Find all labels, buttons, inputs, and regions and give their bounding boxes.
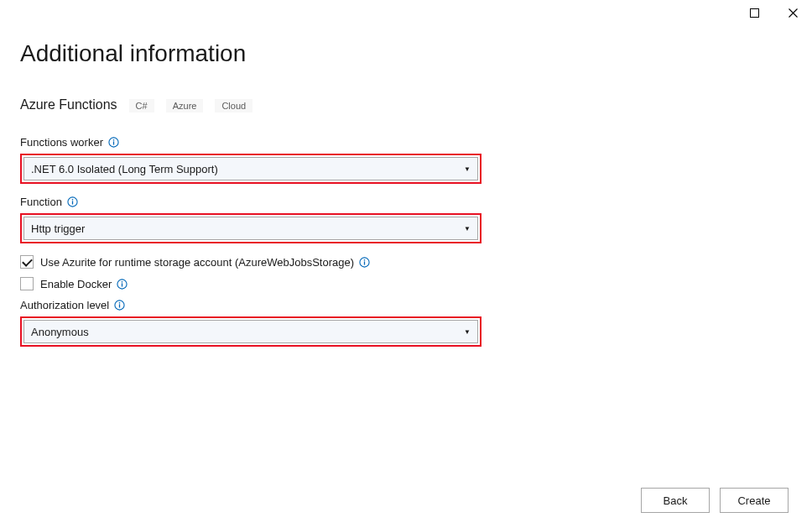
- label-worker: Functions worker: [20, 136, 792, 149]
- tag-platform: Azure: [166, 99, 204, 112]
- checkbox-docker[interactable]: [20, 277, 34, 290]
- chevron-down-icon: ▼: [464, 328, 471, 336]
- checkbox-label-docker: Enable Docker: [40, 278, 128, 290]
- svg-rect-15: [119, 304, 120, 307]
- highlight-worker: .NET 6.0 Isolated (Long Term Support) ▼: [20, 154, 481, 184]
- checkbox-row-docker: Enable Docker: [20, 277, 792, 290]
- dropdown-auth-value: Anonymous: [31, 326, 89, 338]
- maximize-button[interactable]: [735, 0, 773, 25]
- svg-rect-12: [122, 283, 122, 286]
- page-title: Additional information: [20, 40, 792, 67]
- label-auth-text: Authorization level: [20, 299, 109, 311]
- chevron-down-icon: ▼: [464, 225, 471, 233]
- svg-rect-0: [750, 8, 758, 17]
- info-icon[interactable]: [359, 257, 370, 268]
- svg-rect-3: [113, 141, 114, 144]
- form-group-auth: Authorization level Anonymous ▼: [20, 299, 792, 347]
- svg-point-14: [119, 302, 121, 304]
- dialog-content: Additional information Azure Functions C…: [0, 0, 812, 347]
- create-button[interactable]: Create: [720, 488, 789, 513]
- project-type-row: Azure Functions C# Azure Cloud: [20, 97, 792, 112]
- info-icon[interactable]: [114, 300, 125, 311]
- close-icon: [789, 8, 798, 18]
- form-group-worker: Functions worker .NET 6.0 Isolated (Long…: [20, 136, 792, 184]
- info-icon[interactable]: [108, 137, 119, 148]
- dropdown-auth[interactable]: Anonymous ▼: [23, 320, 478, 343]
- dropdown-function[interactable]: Http trigger ▼: [23, 217, 478, 240]
- highlight-function: Http trigger ▼: [20, 213, 481, 243]
- tag-language: C#: [129, 99, 154, 112]
- dropdown-function-value: Http trigger: [31, 222, 85, 235]
- project-type-name: Azure Functions: [20, 97, 117, 112]
- dropdown-worker-value: .NET 6.0 Isolated (Long Term Support): [31, 163, 218, 175]
- info-icon[interactable]: [67, 196, 78, 207]
- back-button[interactable]: Back: [641, 488, 710, 513]
- info-icon[interactable]: [117, 279, 128, 290]
- svg-rect-6: [72, 201, 73, 204]
- svg-rect-9: [364, 261, 365, 264]
- chevron-down-icon: ▼: [464, 165, 471, 173]
- svg-point-2: [113, 139, 115, 141]
- form-group-function: Function Http trigger ▼: [20, 196, 792, 243]
- dropdown-worker[interactable]: .NET 6.0 Isolated (Long Term Support) ▼: [23, 157, 478, 180]
- checkbox-azurite-text: Use Azurite for runtime storage account …: [40, 256, 354, 269]
- svg-point-11: [122, 280, 123, 282]
- svg-point-8: [364, 259, 366, 260]
- tag-category: Cloud: [215, 99, 252, 112]
- label-function-text: Function: [20, 196, 62, 208]
- label-function: Function: [20, 196, 792, 208]
- label-worker-text: Functions worker: [20, 136, 103, 149]
- checkbox-row-azurite: Use Azurite for runtime storage account …: [20, 255, 792, 269]
- svg-point-5: [72, 199, 74, 201]
- highlight-auth: Anonymous ▼: [20, 316, 481, 347]
- checkbox-azurite[interactable]: [20, 255, 34, 269]
- title-bar: [735, 0, 812, 25]
- checkbox-label-azurite: Use Azurite for runtime storage account …: [40, 256, 370, 269]
- close-button[interactable]: [773, 0, 812, 25]
- checkbox-docker-text: Enable Docker: [40, 278, 112, 290]
- maximize-icon: [750, 8, 759, 18]
- label-auth: Authorization level: [20, 299, 792, 311]
- dialog-footer: Back Create: [641, 488, 789, 513]
